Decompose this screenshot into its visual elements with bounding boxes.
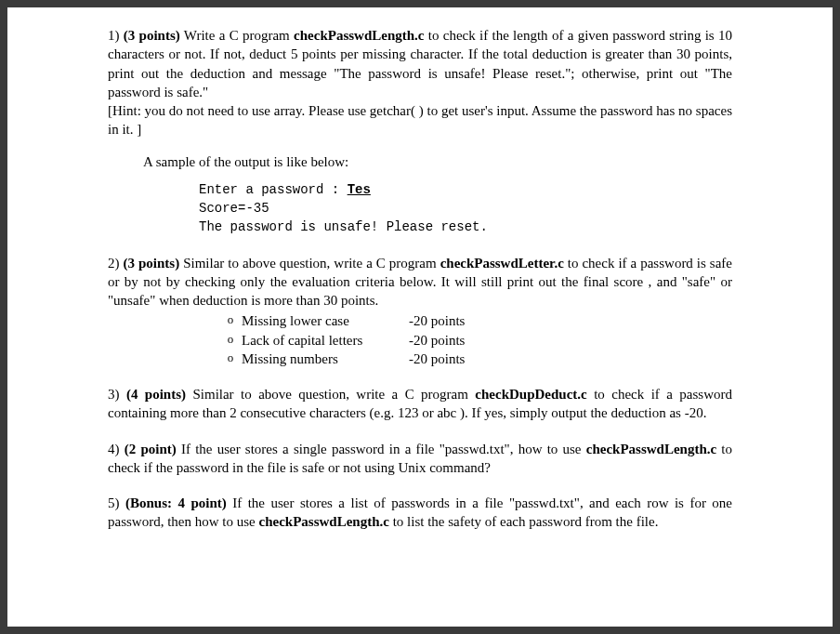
q3-program-name: checkDupDeduct.c <box>475 387 586 402</box>
bullet-icon: o <box>219 331 242 350</box>
bullet-icon: o <box>219 350 242 368</box>
q4-program-name: checkPasswdLength.c <box>586 442 716 456</box>
question-1-body: 1) (3 points) Write a C program checkPas… <box>108 26 732 101</box>
q2-crit-3-points: -20 points <box>409 350 465 368</box>
q1-code-line-2: Score=-35 <box>199 199 732 218</box>
q2-crit-2-points: -20 points <box>409 331 465 350</box>
q1-code-block: Enter a password : Tes Score=-35 The pas… <box>199 180 732 237</box>
q3-text-a: Similar to above question, write a C pro… <box>192 387 475 402</box>
q4-points: (2 point) <box>125 442 177 456</box>
q5-program-name: checkPasswdLength.c <box>258 514 388 529</box>
question-2: 2) (3 points) Similar to above question,… <box>108 254 732 369</box>
q1-text-a: Write a C program <box>184 28 294 43</box>
q2-crit-1-label: Missing lower case <box>242 311 409 330</box>
q1-number: 1) <box>108 28 120 43</box>
question-3: 3) (4 points) Similar to above question,… <box>108 385 732 423</box>
q1-code-line-1: Enter a password : Tes <box>199 180 732 199</box>
question-3-body: 3) (4 points) Similar to above question,… <box>108 385 732 423</box>
q1-program-name: checkPasswdLength.c <box>294 28 424 43</box>
q4-number: 4) <box>108 442 120 456</box>
q2-points: (3 points) <box>124 256 180 271</box>
bullet-icon: o <box>219 311 242 330</box>
q5-text-b: to list the safety of each password from… <box>389 514 659 529</box>
q1-points: (3 points) <box>124 28 180 43</box>
question-5-body: 5) (Bonus: 4 point) If the user stores a… <box>108 494 732 532</box>
q1-code-line-3: The password is unsafe! Please reset. <box>199 218 732 236</box>
q1-code-prompt: Enter a password : <box>199 182 348 197</box>
q2-number: 2) <box>108 256 120 271</box>
q2-crit-3-label: Missing numbers <box>242 350 409 368</box>
question-5: 5) (Bonus: 4 point) If the user stores a… <box>108 494 732 532</box>
document-page: 1) (3 points) Write a C program checkPas… <box>7 7 833 627</box>
q2-text-a: Similar to above question, write a C pro… <box>183 256 440 271</box>
question-4: 4) (2 point) If the user stores a single… <box>108 440 732 478</box>
q2-crit-2-label: Lack of capital letters <box>242 331 409 350</box>
q5-number: 5) <box>108 495 120 510</box>
q3-number: 3) <box>108 387 120 402</box>
q1-sample-intro: A sample of the output is like below: <box>143 152 732 171</box>
q1-code-input: Tes <box>348 182 371 197</box>
q2-criteria-list: o Missing lower case -20 points o Lack o… <box>219 311 732 368</box>
q2-crit-1-points: -20 points <box>409 311 465 330</box>
q2-criteria-row-2: o Lack of capital letters -20 points <box>219 331 732 350</box>
q3-points: (4 points) <box>126 387 186 402</box>
question-4-body: 4) (2 point) If the user stores a single… <box>108 440 732 478</box>
question-1: 1) (3 points) Write a C program checkPas… <box>108 26 732 237</box>
q4-text-a: If the user stores a single password in … <box>181 442 586 456</box>
q2-criteria-row-1: o Missing lower case -20 points <box>219 311 732 330</box>
q2-criteria-row-3: o Missing numbers -20 points <box>219 350 732 368</box>
q5-points: (Bonus: 4 point) <box>125 495 227 510</box>
question-2-body: 2) (3 points) Similar to above question,… <box>108 254 732 310</box>
q2-program-name: checkPasswdLetter.c <box>440 256 564 271</box>
q1-hint: [Hint: you do not need to use array. Ple… <box>108 101 732 139</box>
